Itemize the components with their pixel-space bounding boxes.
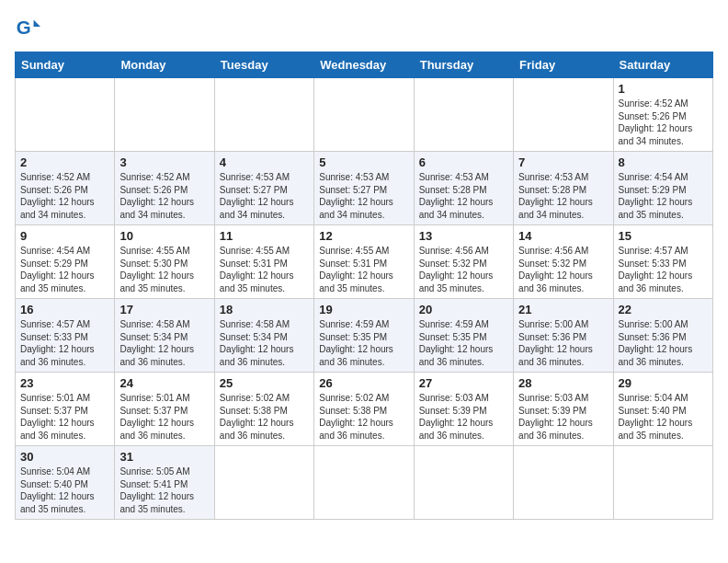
calendar-cell — [514, 78, 613, 152]
day-number: 2 — [20, 155, 109, 169]
header-tuesday: Tuesday — [214, 52, 313, 78]
day-info: Sunrise: 5:02 AMSunset: 5:38 PMDaylight:… — [319, 393, 393, 441]
calendar-cell: 29Sunrise: 5:04 AMSunset: 5:40 PMDayligh… — [613, 373, 712, 446]
calendar-cell: 18Sunrise: 4:58 AMSunset: 5:34 PMDayligh… — [214, 299, 313, 373]
calendar-header-row: SundayMondayTuesdayWednesdayThursdayFrid… — [16, 52, 713, 78]
day-info: Sunrise: 4:54 AMSunset: 5:29 PMDaylight:… — [619, 172, 693, 220]
day-number: 18 — [220, 303, 309, 316]
day-info: Sunrise: 4:58 AMSunset: 5:34 PMDaylight:… — [119, 319, 194, 367]
day-info: Sunrise: 4:55 AMSunset: 5:31 PMDaylight:… — [220, 246, 294, 293]
day-info: Sunrise: 5:04 AMSunset: 5:40 PMDaylight:… — [20, 466, 95, 514]
day-number: 10 — [119, 229, 209, 243]
calendar-cell: 22Sunrise: 5:00 AMSunset: 5:36 PMDayligh… — [613, 299, 712, 373]
day-number: 7 — [518, 155, 608, 169]
calendar-cell: 8Sunrise: 4:54 AMSunset: 5:29 PMDaylight… — [613, 152, 712, 225]
day-number: 22 — [619, 303, 708, 316]
calendar-cell: 11Sunrise: 4:55 AMSunset: 5:31 PMDayligh… — [214, 225, 313, 299]
calendar-cell: 28Sunrise: 5:03 AMSunset: 5:39 PMDayligh… — [514, 373, 613, 446]
day-number: 20 — [419, 303, 508, 316]
header-thursday: Thursday — [414, 52, 513, 78]
day-number: 29 — [619, 376, 708, 390]
day-info: Sunrise: 4:52 AMSunset: 5:26 PMDaylight:… — [119, 172, 194, 220]
calendar-cell: 1Sunrise: 4:52 AMSunset: 5:26 PMDaylight… — [613, 78, 712, 152]
svg-text:G: G — [17, 17, 31, 38]
calendar-cell: 5Sunrise: 4:53 AMSunset: 5:27 PMDaylight… — [314, 152, 414, 225]
calendar-cell: 6Sunrise: 4:53 AMSunset: 5:28 PMDaylight… — [414, 152, 513, 225]
calendar-week-5: 23Sunrise: 5:01 AMSunset: 5:37 PMDayligh… — [16, 373, 713, 446]
day-info: Sunrise: 5:00 AMSunset: 5:36 PMDaylight:… — [619, 319, 693, 367]
day-number: 30 — [20, 450, 109, 464]
day-number: 24 — [119, 376, 209, 390]
day-info: Sunrise: 5:03 AMSunset: 5:39 PMDaylight:… — [419, 393, 494, 441]
day-number: 13 — [419, 229, 508, 243]
day-number: 4 — [220, 155, 309, 169]
calendar-cell: 14Sunrise: 4:56 AMSunset: 5:32 PMDayligh… — [514, 225, 613, 299]
day-info: Sunrise: 4:55 AMSunset: 5:31 PMDaylight:… — [319, 246, 393, 293]
calendar-cell: 31Sunrise: 5:05 AMSunset: 5:41 PMDayligh… — [115, 446, 214, 520]
day-number: 31 — [119, 450, 209, 464]
svg-marker-1 — [34, 20, 40, 27]
calendar-cell — [314, 78, 414, 152]
day-number: 11 — [220, 229, 309, 243]
day-info: Sunrise: 4:57 AMSunset: 5:33 PMDaylight:… — [619, 246, 693, 293]
day-number: 21 — [518, 303, 608, 316]
day-number: 8 — [619, 155, 708, 169]
day-info: Sunrise: 4:56 AMSunset: 5:32 PMDaylight:… — [518, 246, 593, 293]
day-number: 9 — [20, 229, 109, 243]
calendar-cell: 15Sunrise: 4:57 AMSunset: 5:33 PMDayligh… — [613, 225, 712, 299]
day-number: 16 — [20, 303, 109, 316]
calendar-cell: 19Sunrise: 4:59 AMSunset: 5:35 PMDayligh… — [314, 299, 414, 373]
header-monday: Monday — [115, 52, 214, 78]
page-header: G — [15, 15, 713, 40]
day-info: Sunrise: 5:05 AMSunset: 5:41 PMDaylight:… — [119, 466, 194, 514]
day-info: Sunrise: 4:53 AMSunset: 5:27 PMDaylight:… — [220, 172, 294, 220]
day-info: Sunrise: 5:01 AMSunset: 5:37 PMDaylight:… — [20, 393, 95, 441]
calendar-cell — [414, 446, 513, 520]
calendar-cell: 17Sunrise: 4:58 AMSunset: 5:34 PMDayligh… — [115, 299, 214, 373]
logo-icon: G — [15, 15, 40, 40]
calendar-cell: 10Sunrise: 4:55 AMSunset: 5:30 PMDayligh… — [115, 225, 214, 299]
day-info: Sunrise: 4:52 AMSunset: 5:26 PMDaylight:… — [619, 98, 693, 146]
calendar-cell: 16Sunrise: 4:57 AMSunset: 5:33 PMDayligh… — [16, 299, 115, 373]
day-info: Sunrise: 5:02 AMSunset: 5:38 PMDaylight:… — [220, 393, 294, 441]
calendar-cell — [314, 446, 414, 520]
day-number: 1 — [619, 82, 708, 96]
day-info: Sunrise: 4:54 AMSunset: 5:29 PMDaylight:… — [20, 246, 95, 293]
calendar-cell: 3Sunrise: 4:52 AMSunset: 5:26 PMDaylight… — [115, 152, 214, 225]
calendar-cell: 24Sunrise: 5:01 AMSunset: 5:37 PMDayligh… — [115, 373, 214, 446]
calendar-week-4: 16Sunrise: 4:57 AMSunset: 5:33 PMDayligh… — [16, 299, 713, 373]
day-number: 28 — [518, 376, 608, 390]
header-sunday: Sunday — [16, 52, 115, 78]
calendar-cell: 4Sunrise: 4:53 AMSunset: 5:27 PMDaylight… — [214, 152, 313, 225]
day-number: 14 — [518, 229, 608, 243]
header-saturday: Saturday — [613, 52, 712, 78]
calendar-cell: 12Sunrise: 4:55 AMSunset: 5:31 PMDayligh… — [314, 225, 414, 299]
day-number: 17 — [119, 303, 209, 316]
day-info: Sunrise: 4:52 AMSunset: 5:26 PMDaylight:… — [20, 172, 95, 220]
day-info: Sunrise: 5:03 AMSunset: 5:39 PMDaylight:… — [518, 393, 593, 441]
day-number: 3 — [119, 155, 209, 169]
day-info: Sunrise: 4:53 AMSunset: 5:28 PMDaylight:… — [419, 172, 494, 220]
calendar-week-3: 9Sunrise: 4:54 AMSunset: 5:29 PMDaylight… — [16, 225, 713, 299]
day-info: Sunrise: 5:04 AMSunset: 5:40 PMDaylight:… — [619, 393, 693, 441]
calendar-week-6: 30Sunrise: 5:04 AMSunset: 5:40 PMDayligh… — [16, 446, 713, 520]
day-number: 26 — [319, 376, 408, 390]
day-number: 6 — [419, 155, 508, 169]
day-number: 25 — [220, 376, 309, 390]
day-number: 27 — [419, 376, 508, 390]
header-friday: Friday — [514, 52, 613, 78]
header-wednesday: Wednesday — [314, 52, 414, 78]
day-number: 15 — [619, 229, 708, 243]
calendar-cell: 26Sunrise: 5:02 AMSunset: 5:38 PMDayligh… — [314, 373, 414, 446]
day-info: Sunrise: 4:58 AMSunset: 5:34 PMDaylight:… — [220, 319, 294, 367]
calendar-cell: 23Sunrise: 5:01 AMSunset: 5:37 PMDayligh… — [16, 373, 115, 446]
day-info: Sunrise: 4:53 AMSunset: 5:27 PMDaylight:… — [319, 172, 393, 220]
calendar-cell: 21Sunrise: 5:00 AMSunset: 5:36 PMDayligh… — [514, 299, 613, 373]
logo: G — [15, 15, 44, 40]
calendar-week-1: 1Sunrise: 4:52 AMSunset: 5:26 PMDaylight… — [16, 78, 713, 152]
calendar-cell: 7Sunrise: 4:53 AMSunset: 5:28 PMDaylight… — [514, 152, 613, 225]
calendar-cell — [214, 78, 313, 152]
day-number: 23 — [20, 376, 109, 390]
day-number: 12 — [319, 229, 408, 243]
calendar-cell — [115, 78, 214, 152]
